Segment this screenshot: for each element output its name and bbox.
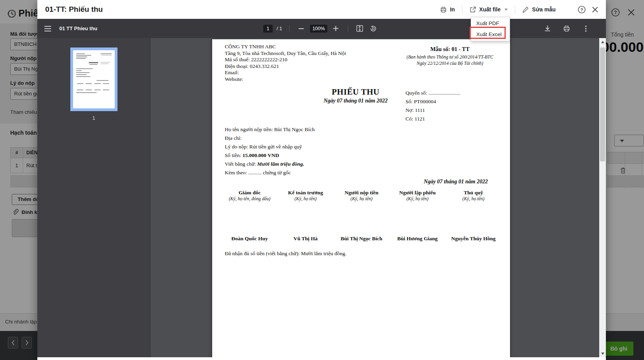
thumbnail-page-number: 1: [92, 115, 95, 121]
divider: [462, 5, 462, 13]
company-name: CÔNG TY TNHH ABC: [225, 44, 346, 50]
company-email: Email:: [225, 69, 346, 76]
voucher-number: Số: PT000004: [405, 97, 461, 106]
fit-page-icon[interactable]: [355, 24, 365, 33]
signature-date: Ngày 07 tháng 01 năm 2022: [405, 179, 507, 185]
divider: [348, 25, 348, 32]
toolbar-print-icon[interactable]: [562, 24, 571, 33]
sidebar-toggle-icon[interactable]: [43, 24, 52, 33]
signature-names-row: Đoàn Quốc Huy Vũ Thị Hà Bùi Thị Ngọc Bíc…: [222, 236, 501, 242]
credit-account: Có: 1121: [405, 115, 461, 123]
edit-template-button[interactable]: Sửa mẫu: [522, 6, 556, 13]
company-phone: Điện thoại: 0243.332.621: [225, 63, 346, 70]
print-preview-modal: 01-TT: Phiếu thu In Xuất file: [37, 0, 606, 360]
attachment-line: Kèm theo: .......... chứng từ gốc: [225, 168, 315, 177]
export-dropdown-menu: Xuất PDF Xuất Excel: [471, 17, 510, 41]
pdf-doc-name: 01 TT Phieu thu: [59, 26, 97, 31]
pdf-toolbar: 01 TT Phieu thu 1 / 1 100%: [37, 19, 606, 38]
zoom-in-icon[interactable]: [331, 24, 341, 33]
company-website: Website:: [225, 76, 346, 83]
document-info-block: Quyển số: ........................ Số: P…: [405, 89, 461, 123]
modal-help-icon[interactable]: ?: [578, 5, 586, 14]
signature-roles-row: Giám đốc(Ký, họ tên, đóng dấu) Kế toán t…: [222, 190, 501, 202]
zoom-level-select[interactable]: 100%: [310, 25, 327, 33]
page-thumbnail[interactable]: [70, 48, 117, 111]
page-number-input[interactable]: 1: [263, 25, 273, 33]
printer-icon: [440, 6, 447, 13]
print-button-label: In: [450, 6, 455, 13]
page-count-label: / 1: [277, 26, 282, 31]
book-number: Quyển số: ........................: [405, 89, 461, 97]
scroll-down-icon[interactable]: [599, 351, 606, 356]
modal-close-icon[interactable]: [591, 6, 599, 13]
pencil-icon: [522, 6, 529, 13]
vertical-scrollbar[interactable]: [599, 38, 606, 357]
export-file-label: Xuất file: [479, 6, 501, 13]
divider: [515, 5, 515, 13]
download-icon[interactable]: [543, 24, 552, 33]
form-meta-block: Mẫu số: 01 - TT (Ban hành theo Thông tư …: [394, 46, 506, 66]
export-excel-item[interactable]: Xuất Excel: [471, 29, 510, 40]
print-button[interactable]: In: [440, 6, 455, 13]
rotate-icon[interactable]: [369, 24, 378, 33]
form-meta-line1: (Ban hành theo Thông tư số 200/2014/TT-B…: [394, 54, 506, 60]
pdf-canvas-area: CÔNG TY TNHH ABC Tầng 9, Tòa nhà Technos…: [150, 38, 599, 357]
export-pdf-item[interactable]: Xuất PDF: [471, 18, 510, 29]
form-number: Mẫu số: 01 - TT: [394, 46, 506, 53]
reason-line: Lý do nộp: Rút tiền gửi về nhập quỹ: [225, 143, 315, 151]
divider: [289, 25, 290, 32]
svg-text:?: ?: [580, 7, 583, 12]
page-thumbnail-image: [73, 50, 115, 108]
screen: Phiếu thu Mã đối tượng BTNBICH Người nộp…: [0, 0, 644, 360]
company-tax: Mã số thuế: 2222222222-210: [225, 57, 346, 63]
company-address: Tầng 9, Tòa nhà Technosoft, Duy Tân, Cầu…: [225, 50, 346, 57]
modal-bottom-strip: [37, 357, 606, 360]
pdf-viewer: 1 CÔNG TY TNHH ABC Tầng 9, Tòa nhà Techn…: [37, 38, 606, 357]
amount-words-line: Viết bằng chữ: Mười lăm triệu đồng.: [225, 160, 315, 168]
payer-line: Họ tên người nộp tiền: Bùi Thị Ngọc Bích: [225, 125, 315, 134]
modal-title: 01-TT: Phiếu thu: [45, 5, 103, 14]
modal-header: 01-TT: Phiếu thu In Xuất file: [37, 0, 606, 19]
amount-line: Số tiền: 15.000.000 VND: [225, 151, 315, 160]
thumbnail-sidebar: 1: [37, 38, 150, 357]
chevron-down-icon: [505, 9, 508, 11]
received-line: Đã nhận đủ số tiền (viết bằng chữ): Mười…: [225, 250, 347, 257]
debit-account: Nợ: 1111: [405, 106, 461, 115]
zoom-out-icon[interactable]: [297, 24, 306, 33]
company-block: CÔNG TY TNHH ABC Tầng 9, Tòa nhà Technos…: [225, 44, 346, 83]
address-line: Địa chỉ:: [225, 134, 315, 143]
edit-template-label: Sửa mẫu: [532, 6, 556, 13]
scroll-up-icon[interactable]: [599, 39, 606, 45]
export-file-button[interactable]: Xuất file: [470, 6, 508, 13]
form-meta-line2: Ngày 22/12/2014 của Bộ Tài chính): [394, 60, 506, 66]
document-page: CÔNG TY TNHH ABC Tầng 9, Tòa nhà Technos…: [212, 39, 510, 357]
scrollbar-thumb[interactable]: [600, 48, 605, 161]
more-options-icon[interactable]: [581, 24, 591, 33]
export-icon: [470, 6, 476, 13]
document-body: Họ tên người nộp tiền: Bùi Thị Ngọc Bích…: [225, 125, 315, 177]
